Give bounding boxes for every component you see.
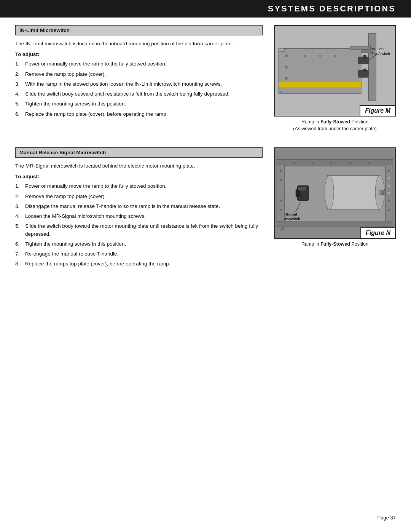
list-item: 2. Remove the ramp top plate (cover). <box>15 70 263 78</box>
page-footer: Page 37 <box>378 515 396 521</box>
list-item: 4. Slide the switch body outward until r… <box>15 90 263 98</box>
svg-point-48 <box>388 200 390 202</box>
section2-right: MR-Signal Microswitch <box>274 147 396 270</box>
svg-point-49 <box>388 209 390 211</box>
svg-point-50 <box>280 227 284 231</box>
svg-rect-8 <box>363 69 366 72</box>
svg-point-41 <box>279 200 282 202</box>
svg-point-52 <box>311 162 314 164</box>
list-item: 6. Replace the ramp top plate (cover), b… <box>15 110 263 118</box>
section2-title: Manual Release Signal Microswitch <box>15 147 263 158</box>
svg-point-55 <box>368 162 370 164</box>
svg-rect-19 <box>279 48 285 51</box>
section2-steps: 1. Power or manually move the ramp to th… <box>15 182 263 268</box>
list-item: 1. Power or manually move the ramp to th… <box>15 182 263 190</box>
svg-point-47 <box>388 192 390 194</box>
section1-to-adjust: To adjust: <box>15 51 263 57</box>
svg-text:Microswitch: Microswitch <box>370 51 390 56</box>
list-item: 2. Remove the ramp top plate (cover). <box>15 193 263 200</box>
section-in-limit: IN-Limit Microswitch The IN-Limit micros… <box>15 25 396 132</box>
figure-m-box: IN-Limit Microswitch Figure M <box>274 25 396 117</box>
svg-point-51 <box>293 162 295 164</box>
figure-n-svg: MR-Signal Microswitch <box>275 148 395 238</box>
page-header: SYSTEMS DESCRIPTIONS <box>0 0 411 18</box>
list-item: 5. Slide the switch body toward the moto… <box>15 222 263 238</box>
list-item: 7. Re-engage the manual release T-handle… <box>15 250 263 258</box>
svg-point-21 <box>287 91 289 94</box>
section-in-limit-left: IN-Limit Microswitch The IN-Limit micros… <box>15 25 263 132</box>
svg-point-54 <box>349 162 351 164</box>
svg-point-53 <box>330 162 332 164</box>
svg-rect-34 <box>298 187 306 190</box>
svg-point-45 <box>388 177 390 179</box>
svg-point-46 <box>388 184 390 187</box>
svg-point-29 <box>325 176 334 209</box>
svg-rect-2 <box>279 82 361 88</box>
svg-point-12 <box>285 77 288 80</box>
page-title: SYSTEMS DESCRIPTIONS <box>0 4 396 14</box>
figure-n-label: Figure N <box>360 227 395 238</box>
page-number: Page 37 <box>378 515 396 521</box>
svg-rect-38 <box>277 165 285 221</box>
section2-to-adjust: To adjust: <box>15 174 263 179</box>
svg-point-44 <box>388 169 390 172</box>
list-item: 4. Loosen the MR-Signal microswitch moun… <box>15 212 263 220</box>
svg-point-13 <box>304 55 306 57</box>
list-item: 6. Tighten the mounting screws in this p… <box>15 240 263 248</box>
svg-point-42 <box>279 209 282 211</box>
figure-m-svg: IN-Limit Microswitch <box>275 26 395 116</box>
list-item: 5. Tighten the mounting screws in this p… <box>15 100 263 108</box>
svg-point-15 <box>334 55 336 57</box>
figure-m-caption: Ramp in Fully-Stowed Position (As viewed… <box>274 119 396 132</box>
list-item: 1. Power or manually move the ramp to th… <box>15 60 263 68</box>
list-item: 3. Disengage the manual release T-handle… <box>15 203 263 210</box>
svg-rect-25 <box>277 221 393 227</box>
svg-point-10 <box>285 54 288 58</box>
section-mr-left: Manual Release Signal Microswitch The MR… <box>15 147 263 270</box>
svg-rect-3 <box>369 34 376 101</box>
svg-rect-6 <box>363 55 366 59</box>
figure-m-label: Figure M <box>360 105 395 116</box>
section1-right: IN-Limit Microswitch Figure M Ramp in Fu… <box>274 25 396 132</box>
svg-point-14 <box>319 55 321 57</box>
section1-title: IN-Limit Microswitch <box>15 25 263 35</box>
section1-body: The IN-Limit microswitch is located in t… <box>15 40 263 48</box>
svg-rect-9 <box>350 46 370 50</box>
svg-rect-27 <box>327 176 380 209</box>
svg-point-11 <box>285 66 288 69</box>
list-item: 8 . Replace the ramps top plate (cover),… <box>15 260 263 268</box>
svg-point-20 <box>280 91 283 94</box>
section1-steps: 1. Power or manually move the ramp to th… <box>15 60 263 118</box>
svg-text:IN-Limit: IN-Limit <box>371 47 384 51</box>
section-mr-signal: Manual Release Signal Microswitch The MR… <box>15 147 396 270</box>
svg-point-40 <box>279 179 282 181</box>
svg-point-39 <box>279 169 282 172</box>
figure-n-caption: Ramp in Fully-Stowed Position <box>274 241 396 248</box>
list-item: 3. With the ramp in the stowed position … <box>15 80 263 88</box>
section2-body: The MR-Signal microswitch is located beh… <box>15 162 263 170</box>
figure-n-box: MR-Signal Microswitch <box>274 147 396 239</box>
page-content: IN-Limit Microswitch The IN-Limit micros… <box>0 25 411 270</box>
